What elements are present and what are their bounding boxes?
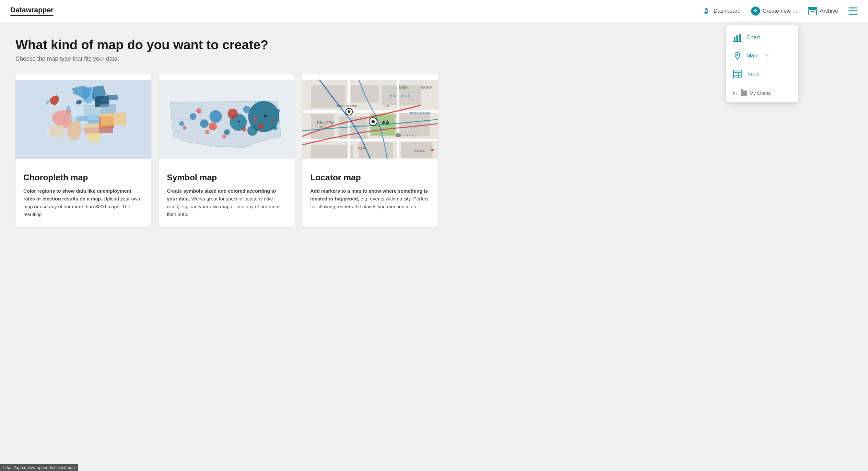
locator-image: 新宿口 新宿役所 都営大江戸線 都庁 一新宿 都営地下鉄新宿線 東京メトロ三丁目…	[302, 74, 438, 165]
locator-desc: Add markers to a map to show where somet…	[310, 187, 430, 210]
svg-point-38	[196, 108, 201, 114]
svg-rect-13	[809, 9, 816, 15]
in-label: In:	[733, 90, 738, 96]
dashboard-nav-item[interactable]: Dashboard	[702, 6, 740, 16]
choropleth-image	[16, 74, 151, 165]
svg-point-27	[200, 119, 209, 128]
create-new-button[interactable]: + Create new … Chart	[751, 6, 798, 16]
hamburger-line-3	[848, 13, 858, 14]
create-dropdown: Chart Map ☞	[726, 25, 798, 102]
svg-text:東京メトロ三丁目: 東京メトロ三丁目	[390, 94, 411, 97]
svg-point-33	[255, 105, 260, 111]
choropleth-card[interactable]: Choropleth map Color regions to show dat…	[16, 74, 151, 227]
logo[interactable]: Datawrapper	[10, 6, 54, 16]
svg-rect-11	[734, 70, 741, 73]
dropdown-chart-item[interactable]: Chart	[726, 29, 798, 47]
create-new-label: Create new …	[763, 8, 798, 14]
hamburger-line-1	[848, 7, 858, 8]
svg-text:都庁: 都庁	[319, 125, 325, 128]
page-title: What kind of map do you want to create?	[16, 38, 438, 52]
locator-title: Locator map	[310, 173, 430, 183]
dropdown-table-item[interactable]: Table	[726, 65, 798, 83]
svg-rect-2	[736, 35, 738, 41]
rocket-icon	[702, 6, 711, 16]
svg-point-30	[243, 106, 251, 113]
svg-point-0	[705, 10, 707, 12]
symbol-svg	[159, 74, 295, 165]
svg-rect-63	[397, 80, 400, 159]
header-nav: Dashboard + Create new …	[702, 6, 858, 16]
svg-text:都営大江戸線: 都営大江戸線	[317, 121, 334, 124]
svg-text:JR線: JR線	[384, 105, 390, 107]
svg-point-32	[273, 125, 277, 130]
svg-point-25	[209, 110, 222, 123]
svg-text:都営地下鉄新宿線: 都営地下鉄新宿線	[410, 112, 431, 115]
folder-label: My Charts	[750, 90, 770, 96]
svg-point-67	[371, 120, 375, 123]
locator-card[interactable]: 新宿口 新宿役所 都営大江戸線 都庁 一新宿 都営地下鉄新宿線 東京メトロ三丁目…	[302, 74, 438, 227]
svg-point-80	[431, 149, 434, 151]
svg-text:京王線: 京王線	[358, 147, 365, 150]
symbol-title: Symbol map	[167, 173, 287, 183]
svg-rect-12	[808, 7, 817, 9]
menu-button[interactable]	[848, 7, 858, 14]
status-url: https://app.datawrapper.de/select/map	[3, 465, 74, 470]
map-icon	[733, 51, 742, 60]
svg-text:新宿御苑: 新宿御苑	[414, 150, 425, 152]
status-bar: https://app.datawrapper.de/select/map	[0, 464, 78, 471]
archive-nav-item[interactable]: Archive	[808, 6, 838, 16]
svg-point-65	[348, 110, 351, 113]
symbol-card[interactable]: Symbol map Create symbols sized and colo…	[159, 74, 295, 227]
svg-point-29	[224, 129, 229, 135]
dropdown-map-label: Map	[746, 53, 757, 59]
table-icon	[733, 69, 742, 79]
svg-text:一新宿: 一新宿	[379, 120, 390, 124]
hamburger-line-2	[848, 10, 858, 11]
symbol-desc: Create symbols sized and colored accordi…	[167, 187, 287, 218]
svg-rect-54	[399, 111, 430, 136]
plus-icon: +	[751, 6, 760, 16]
svg-point-5	[736, 54, 738, 56]
svg-rect-14	[811, 11, 814, 12]
svg-text:新宿口: 新宿口	[399, 85, 408, 89]
locator-content: Locator map Add markers to a map to show…	[302, 165, 438, 219]
svg-rect-3	[739, 34, 741, 41]
svg-rect-55	[311, 145, 353, 157]
svg-point-41	[270, 119, 274, 122]
folder-icon	[741, 90, 747, 96]
svg-point-28	[190, 113, 196, 120]
archive-icon	[808, 6, 817, 16]
locator-svg: 新宿口 新宿役所 都営大江戸線 都庁 一新宿 都営地下鉄新宿線 東京メトロ三丁目…	[302, 74, 438, 165]
svg-point-39	[242, 127, 246, 132]
choropleth-content: Choropleth map Color regions to show dat…	[16, 165, 151, 227]
chart-icon	[733, 33, 742, 42]
svg-rect-1	[734, 37, 736, 41]
dropdown-map-item[interactable]: Map ☞	[726, 47, 798, 65]
dropdown-divider	[726, 85, 798, 85]
svg-rect-82	[396, 133, 399, 134]
page-subtitle: Choose the map type that fits your data:	[16, 56, 438, 62]
main-content: What kind of map do you want to create? …	[0, 22, 454, 240]
svg-point-42	[205, 130, 209, 134]
svg-point-34	[276, 109, 280, 113]
symbol-image	[159, 74, 295, 165]
svg-point-26	[247, 125, 257, 136]
svg-text:新宿役所: 新宿役所	[421, 86, 433, 89]
dropdown-footer: In: My Charts	[726, 87, 798, 99]
svg-point-45	[264, 115, 267, 117]
archive-label: Archive	[820, 8, 838, 14]
svg-point-44	[253, 117, 257, 121]
choropleth-svg	[16, 74, 151, 165]
svg-rect-4	[733, 41, 742, 42]
svg-point-43	[183, 126, 186, 129]
symbol-content: Symbol map Create symbols sized and colo…	[159, 165, 295, 227]
svg-point-36	[209, 123, 217, 130]
svg-rect-81	[396, 134, 400, 137]
dropdown-chart-label: Chart	[746, 34, 760, 41]
svg-text:東京メトロ丸の内線: 東京メトロ丸の内線	[336, 105, 357, 107]
svg-point-31	[179, 121, 184, 126]
map-type-cards: Choropleth map Color regions to show dat…	[16, 74, 438, 227]
svg-point-40	[222, 134, 226, 138]
svg-point-37	[258, 123, 264, 129]
svg-point-35	[227, 109, 238, 119]
